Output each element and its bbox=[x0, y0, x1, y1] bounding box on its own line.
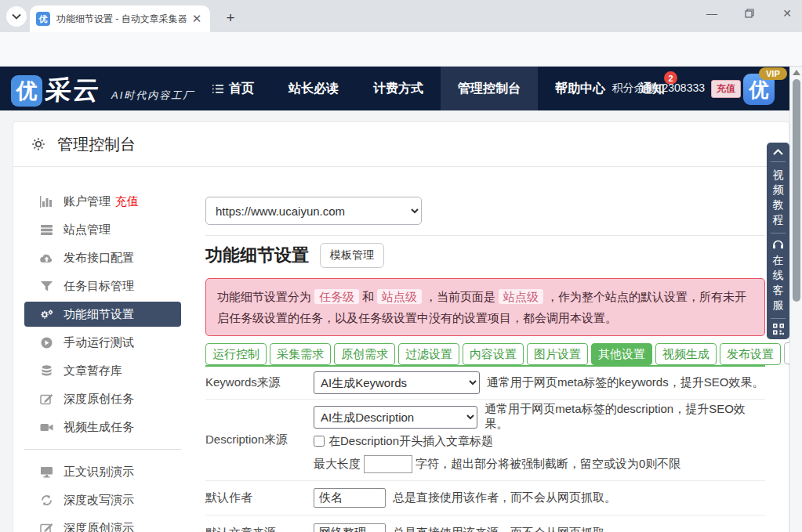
tab-title: 功能细节设置 - 自动文章采集器 bbox=[56, 13, 190, 26]
tab-run-control[interactable]: 运行控制 bbox=[205, 343, 267, 365]
gear-icon bbox=[31, 136, 46, 152]
sidebar-label: 深度改写演示 bbox=[64, 493, 134, 508]
tab-search-button[interactable] bbox=[6, 6, 27, 27]
sidebar-item-publish-api[interactable]: 发布接口配置 bbox=[24, 244, 181, 272]
scrollbar-thumb[interactable] bbox=[793, 79, 800, 302]
vip-badge: VIP bbox=[759, 67, 787, 80]
page-title: 管理控制台 bbox=[57, 134, 136, 155]
settings-main: https://www.ucaiyun.com 功能细节设置 模板管理 功能细节… bbox=[205, 167, 765, 532]
play-circle-icon bbox=[40, 337, 53, 349]
recharge-button[interactable]: 充值 bbox=[711, 80, 741, 98]
nav-pricing[interactable]: 计费方式 bbox=[356, 67, 441, 110]
description-source-select[interactable]: AI生成Description bbox=[314, 406, 477, 429]
close-window-button[interactable]: ✕ bbox=[778, 5, 796, 22]
keywords-source-select[interactable]: AI生成Keywords bbox=[314, 371, 480, 394]
nav-help-label: 帮助中心 bbox=[555, 81, 605, 97]
tab-video[interactable]: 视频生成 bbox=[655, 343, 717, 365]
qr-code-icon bbox=[773, 324, 784, 335]
section-title: 功能细节设置 bbox=[205, 244, 309, 267]
video-tutorial-button[interactable]: 视频教程 bbox=[767, 162, 789, 233]
sidebar-item-manual-run[interactable]: 手动运行测试 bbox=[24, 328, 181, 356]
author-help: 总是直接使用该作者，而不会从网页抓取。 bbox=[393, 490, 616, 505]
page-background: 管理控制台 账户管理 充值 站点管理 发布接口配置 任务目标管理 bbox=[0, 110, 789, 532]
sidebar-label: 发布接口配置 bbox=[64, 251, 134, 266]
maxlen-input[interactable] bbox=[364, 455, 412, 473]
alert-text: 功能细节设置分为 bbox=[217, 290, 311, 303]
sidebar-label: 账户管理 bbox=[64, 194, 111, 209]
default-source-input[interactable] bbox=[314, 523, 386, 532]
sidebar-item-original-demo[interactable]: 深度原创演示 bbox=[24, 514, 181, 532]
list-icon bbox=[212, 84, 224, 94]
online-service-button[interactable]: 在线客服 bbox=[767, 233, 789, 318]
minimize-button[interactable]: — bbox=[703, 5, 720, 22]
edit-icon bbox=[40, 393, 53, 405]
sidebar-label: 功能细节设置 bbox=[64, 307, 134, 322]
sidebar-item-article-store[interactable]: 文章暂存库 bbox=[24, 356, 181, 385]
nav-console[interactable]: 管理控制台 bbox=[441, 67, 538, 110]
nav-home[interactable]: 首页 bbox=[194, 67, 271, 110]
tab-publish[interactable]: 发布设置 bbox=[720, 343, 781, 365]
sidebar-item-deep-original-task[interactable]: 深度原创任务 bbox=[24, 385, 181, 413]
sidebar-item-rewrite-demo[interactable]: 深度改写演示 bbox=[24, 486, 181, 514]
online-service-label: 在线客服 bbox=[772, 253, 785, 313]
form-row-source: 默认文章来源 总是直接使用该来源，而不会从网页抓取。 bbox=[205, 516, 765, 532]
settings-alert: 功能细节设置分为任务级和站点级，当前页面是站点级，作为整个站点的默认设置，所有未… bbox=[205, 278, 765, 336]
sidebar-item-task-targets[interactable]: 任务目标管理 bbox=[24, 272, 181, 300]
source-help: 总是直接使用该来源，而不会从网页抓取。 bbox=[393, 526, 616, 532]
monitor-icon bbox=[40, 466, 53, 478]
description-title-checkbox[interactable] bbox=[314, 436, 325, 447]
browser-toolbar: ← → ucaiyun.com/caiji/settings/ ☆ 井 ••• bbox=[0, 32, 802, 67]
tab-filter[interactable]: 过滤设置 bbox=[398, 343, 459, 365]
nav-console-label: 管理控制台 bbox=[458, 81, 521, 97]
form-row-keywords: Keywords来源 AI生成Keywords 通常用于网页meta标签的key… bbox=[205, 367, 765, 400]
tab-other[interactable]: 其他设置 bbox=[591, 343, 652, 365]
default-author-input[interactable] bbox=[314, 488, 386, 508]
restore-button[interactable] bbox=[741, 5, 758, 22]
nav-must-read[interactable]: 站长必读 bbox=[271, 67, 356, 110]
logo-name: 采云 bbox=[44, 73, 103, 108]
site-header: 优 采云 AI时代内容工厂 首页 站长必读 计费方式 管理控制台 帮助中心 通知… bbox=[0, 67, 802, 110]
sidebar-item-feature-settings[interactable]: 功能细节设置 bbox=[24, 302, 181, 327]
site-logo[interactable]: 优 采云 AI时代内容工厂 bbox=[11, 73, 194, 108]
database-icon bbox=[40, 365, 53, 377]
description-label: Description来源 bbox=[205, 404, 314, 476]
headset-icon bbox=[772, 239, 784, 250]
source-label: 默认文章来源 bbox=[205, 526, 314, 532]
logo-icon: 优 bbox=[11, 75, 42, 107]
main-nav: 首页 站长必读 计费方式 管理控制台 帮助中心 通知 2 bbox=[194, 67, 682, 110]
tab-original[interactable]: 原创需求 bbox=[334, 343, 395, 365]
keywords-label: Keywords来源 bbox=[205, 375, 314, 390]
server-icon bbox=[40, 224, 53, 236]
sidebar-label: 深度原创演示 bbox=[64, 521, 134, 532]
filter-icon bbox=[40, 280, 53, 292]
sidebar-item-sites[interactable]: 站点管理 bbox=[24, 215, 181, 244]
sidebar-item-account[interactable]: 账户管理 充值 bbox=[24, 187, 181, 215]
site-select[interactable]: https://www.ucaiyun.com bbox=[205, 197, 422, 225]
tab-content[interactable]: 内容设置 bbox=[463, 343, 524, 365]
template-manage-button[interactable]: 模板管理 bbox=[320, 243, 384, 268]
nav-pricing-label: 计费方式 bbox=[373, 81, 423, 97]
maxlen-label: 最大长度 bbox=[314, 457, 361, 472]
card-header: 管理控制台 bbox=[13, 122, 789, 167]
nav-must-read-label: 站长必读 bbox=[289, 81, 339, 97]
alert-tag-task-level: 任务级 bbox=[314, 289, 359, 304]
cloud-upload-icon bbox=[40, 252, 53, 264]
tab-collect[interactable]: 采集需求 bbox=[270, 343, 331, 365]
sidebar-item-video-task[interactable]: 视频生成任务 bbox=[24, 413, 181, 441]
tab-close-icon[interactable]: ✕ bbox=[190, 12, 204, 26]
restore-icon bbox=[745, 9, 754, 18]
sidebar-label: 视频生成任务 bbox=[64, 420, 134, 435]
sidebar-item-content-demo[interactable]: 正文识别演示 bbox=[24, 458, 181, 486]
new-tab-button[interactable]: + bbox=[220, 7, 241, 29]
browser-tab[interactable]: 优 功能细节设置 - 自动文章采集器 ✕ bbox=[30, 5, 210, 32]
sidebar-recharge-link[interactable]: 充值 bbox=[115, 194, 139, 209]
qr-code-button[interactable] bbox=[767, 319, 789, 339]
logo-tagline: AI时代内容工厂 bbox=[111, 89, 194, 103]
nav-help[interactable]: 帮助中心 bbox=[538, 67, 622, 110]
page-scrollbar[interactable] bbox=[789, 67, 802, 532]
scrollbar-up-arrow[interactable] bbox=[793, 70, 800, 75]
alert-tag-site-level: 站点级 bbox=[377, 289, 422, 304]
tab-image[interactable]: 图片设置 bbox=[527, 343, 588, 365]
description-help: 通常用于网页meta标签的description，提升SEO效果。 bbox=[484, 402, 765, 432]
back-to-top-button[interactable] bbox=[767, 143, 789, 161]
